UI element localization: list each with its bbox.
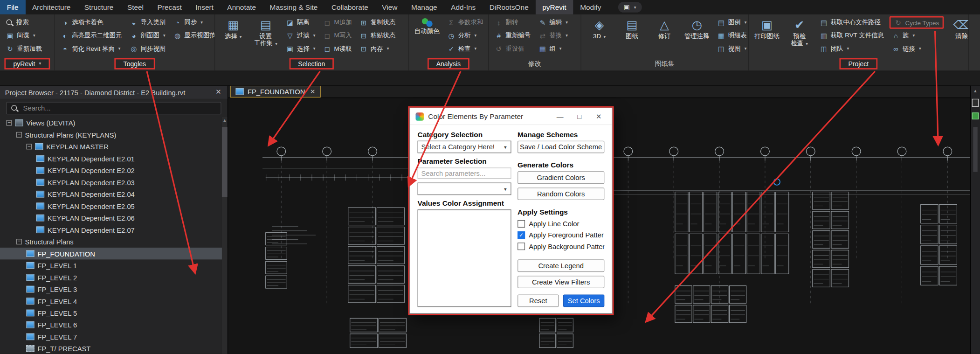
legend-button[interactable]: ▤图例▾ [715, 16, 749, 29]
menu-tab-view[interactable]: View [375, 0, 405, 14]
values-listbox[interactable] [418, 209, 511, 307]
print-sheets-button[interactable]: ▣打印图纸 [752, 16, 781, 40]
tree-item-fp-level-7[interactable]: FP_LEVEL 7 [0, 331, 228, 342]
analyze-button[interactable]: ◷分析▾ [445, 29, 485, 42]
check-button[interactable]: ✓检查▾ [445, 42, 485, 55]
menu-tab-precast[interactable]: Precast [151, 0, 189, 14]
minify-ui-button[interactable]: ◓简化 Revit 界面▾ [59, 42, 124, 55]
maximize-button[interactable]: □ [572, 112, 587, 120]
cycle-types-button[interactable]: ↻Cycle Types [890, 16, 944, 29]
expander-icon[interactable]: − [16, 132, 22, 138]
tree-item-fp-level-1[interactable]: FP_LEVEL 1 [0, 259, 228, 271]
create-legend-button[interactable]: Create Legend [518, 259, 604, 272]
tree-item-fp-level-4[interactable]: FP_LEVEL 4 [0, 295, 228, 307]
tab-close-icon[interactable]: ✕ [310, 88, 315, 95]
tree-item-keyplan-master[interactable]: −KEYPLAN MASTER [0, 141, 228, 153]
revisions-button[interactable]: △修订 [650, 16, 679, 40]
menu-tab-manage[interactable]: Manage [404, 0, 444, 14]
paste-state-button[interactable]: ⊟粘贴状态 [358, 29, 398, 42]
menu-tab-pyrevit[interactable]: pyRevit [535, 0, 573, 14]
canvas-scroll-thumb[interactable] [973, 127, 977, 172]
titlebar-widget[interactable]: ▣ ▾ [618, 2, 642, 13]
menu-tab-steel[interactable]: Steel [120, 0, 151, 14]
category-select[interactable]: Select a Category Here! ▼ [418, 141, 511, 153]
clean-button[interactable]: ⌫清除 [947, 16, 969, 40]
family-button[interactable]: ⌂族▾ [890, 29, 944, 42]
write-button[interactable]: ◻M写入 [321, 29, 353, 42]
tree-item-keyplan-dependent-e2-01[interactable]: KEYPLAN Dependent E2.01 [0, 153, 228, 164]
menu-tab-dirootsone[interactable]: DiRootsOne [483, 0, 535, 14]
tree-scroll-thumb[interactable] [222, 127, 228, 197]
precheck-button[interactable]: ✔预检检查 ▾ [785, 16, 814, 47]
tree-item-keyplan-dependent-e2-07[interactable]: KEYPLAN Dependent E2.07 [0, 224, 228, 236]
select-button[interactable]: ▣选择▾ [284, 42, 317, 55]
minimize-button[interactable]: — [552, 112, 567, 120]
copy-state-button[interactable]: ⊞复制状态 [358, 16, 398, 29]
tree-item-fp-t-precast[interactable]: FP_T/ PRECAST [0, 343, 228, 354]
set-colors-button[interactable]: Set Colors [563, 294, 604, 307]
expander-icon[interactable]: − [6, 120, 12, 125]
create-view-filters-button[interactable]: Create View Filters [518, 276, 604, 288]
views-button[interactable]: ◫视图▾ [715, 42, 749, 55]
3d-button[interactable]: ◈3D ▾ [585, 16, 614, 40]
reload-button[interactable]: ↻重新加载 [4, 42, 44, 55]
checkbox-icon[interactable]: ✓ [518, 231, 525, 239]
close-icon[interactable]: ✕ [214, 88, 223, 96]
rvt-info-button[interactable]: ▥获取 RVT 文件信息 [818, 29, 886, 42]
center-path-button[interactable]: ▤获取中心文件路径 [818, 16, 886, 29]
schedule-button[interactable]: ▦明细表▾ [715, 29, 749, 42]
manage-annotations-button[interactable]: ◷管理注释 [683, 16, 711, 40]
menu-tab-insert[interactable]: Insert [189, 0, 221, 14]
section-button[interactable]: ◕剖面图▾ [127, 29, 167, 42]
tree-item-keyplan-dependent-e2-03[interactable]: KEYPLAN Dependent E2.03 [0, 176, 228, 188]
search-input[interactable]: Search... [6, 102, 221, 115]
renumber-button[interactable]: #重新编号 [492, 29, 532, 42]
sync-views-button[interactable]: ◎同步视图 [127, 42, 167, 55]
tree-item-views-devita[interactable]: −Views (DEVITA) [0, 117, 228, 129]
menu-tab-massing-site[interactable]: Massing & Site [263, 0, 324, 14]
edit-button[interactable]: ✎编辑▾ [536, 16, 570, 29]
menu-tab-structure[interactable]: Structure [77, 0, 120, 14]
group-button[interactable]: ▦组▾ [536, 42, 570, 55]
tree-item-structural-plans-keyplans[interactable]: −Structural Plans (KEYPLANS) [0, 129, 228, 140]
scroll-up-icon[interactable]: ▲ [973, 89, 977, 93]
auto-color-button[interactable]: 自动颜色 [413, 16, 442, 35]
swap-button[interactable]: ⇄替换▾ [536, 29, 570, 42]
tree-item-keyplan-dependent-e2-04[interactable]: KEYPLAN Dependent E2.04 [0, 188, 228, 200]
tree-item-structural-plans[interactable]: −Structural Plans [0, 236, 228, 247]
tab-color-button[interactable]: ◑选项卡着色 [59, 16, 124, 29]
sync-button[interactable]: ◔同步▾ [171, 16, 215, 29]
apply-background-pattern-checkbox[interactable]: Apply Background Patter [518, 241, 604, 252]
gradient-colors-button[interactable]: Gradient Colors [518, 171, 604, 184]
parameter-search-input[interactable]: Search parameters... [418, 167, 511, 179]
menu-tab-file[interactable]: File [0, 0, 25, 14]
menu-tab-architecture[interactable]: Architecture [25, 0, 77, 14]
dialog-titlebar[interactable]: Color Elements By Parameter — □ ✕ [410, 108, 612, 125]
checkbox-icon[interactable] [518, 220, 525, 228]
tree-item-fp-level-3[interactable]: FP_LEVEL 3 [0, 283, 228, 295]
tree-item-keyplan-dependent-e2-05[interactable]: KEYPLAN Dependent E2.05 [0, 200, 228, 212]
flip-button[interactable]: ↕翻转 [492, 16, 532, 29]
menu-tab-add-ins[interactable]: Add-Ins [444, 0, 483, 14]
checkbox-icon[interactable] [518, 243, 525, 250]
link-button[interactable]: ∞链接▾ [890, 42, 944, 55]
scroll-up-icon[interactable]: ▲ [222, 118, 228, 122]
parameter-select[interactable]: ▼ [418, 182, 511, 195]
team-button[interactable]: ◫团队▾ [818, 42, 886, 55]
menu-tab-collaborate[interactable]: Collaborate [324, 0, 375, 14]
tree-item-fp-level-6[interactable]: FP_LEVEL 6 [0, 319, 228, 331]
reset-values-button[interactable]: ↺重设值 [492, 42, 532, 55]
tree-item-keyplan-dependent-e2-06[interactable]: KEYPLAN Dependent E2.06 [0, 212, 228, 223]
filter-button[interactable]: ▽过滤▾ [284, 29, 317, 42]
sum-button[interactable]: Σ参数求和 [445, 16, 485, 29]
random-colors-button[interactable]: Random Colors [518, 187, 604, 200]
import-categories-button[interactable]: ◒导入类别 [127, 16, 167, 29]
reset-button[interactable]: Reset [518, 294, 559, 307]
close-button[interactable]: ✕ [591, 112, 606, 120]
menu-tab-annotate[interactable]: Annotate [221, 0, 263, 14]
highlight-2d-button[interactable]: ◐高亮显示二维图元 [59, 29, 124, 42]
apply-foreground-pattern-checkbox[interactable]: ✓ Apply Foreground Patter [518, 229, 604, 241]
read-button[interactable]: ◻M读取 [321, 42, 353, 55]
expander-icon[interactable]: − [16, 239, 22, 244]
tree-item-fp-foundation[interactable]: FP_FOUNDATION [0, 248, 228, 259]
